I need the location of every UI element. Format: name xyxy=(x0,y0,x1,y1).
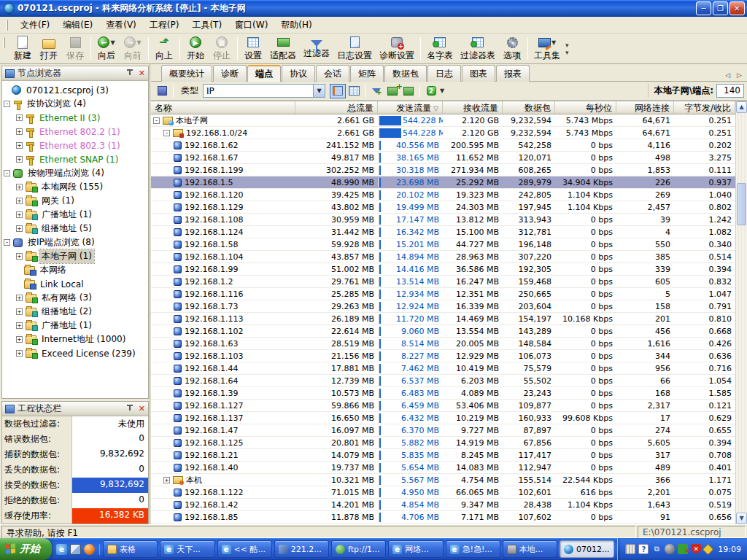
table-row[interactable]: 192.168.1.4214.201 MB4.854 MB9.347 MB28,… xyxy=(151,499,735,511)
table-row[interactable]: 192.168.1.12943.802 MB19.499 MB24.303 MB… xyxy=(151,201,735,214)
volume-icon[interactable] xyxy=(665,544,675,554)
toolbar-button-new-document[interactable]: 新建 xyxy=(9,34,36,63)
dropdown-arrow-icon[interactable]: ▼ xyxy=(136,39,141,46)
column-header-总流量[interactable]: 总流量 xyxy=(295,101,378,114)
help-icon[interactable]: ? xyxy=(638,544,649,554)
tree-item-按IP端点浏览8[interactable]: -按IP端点浏览 (8) xyxy=(4,236,148,249)
refresh-button[interactable]: 2 xyxy=(423,84,439,98)
taskbar-task-[interactable]: 本地... xyxy=(503,540,557,558)
tree-expander-icon[interactable]: + xyxy=(16,198,23,204)
table-row[interactable]: 192.168.1.9951.002 MB14.416 MB36.586 MB1… xyxy=(151,263,735,276)
tree-item-Internet地址1000[interactable]: +Internet地址 (1000) xyxy=(4,332,148,346)
toolbar-button-name-table[interactable]: 名字表 xyxy=(423,34,457,63)
toolbar-button-open-folder[interactable]: 打开 xyxy=(36,34,62,63)
table-row[interactable]: 192.168.1.13716.650 MB6.432 MB10.219 MB1… xyxy=(151,412,735,424)
table-row[interactable]: 192.168.1.10830.959 MB17.147 MB13.812 MB… xyxy=(151,214,735,226)
menu-item-文件F[interactable]: 文件(F) xyxy=(14,17,56,34)
taskbar-task-[interactable]: e<< 酷... xyxy=(217,540,272,558)
taskbar-task-[interactable]: e急!急!... xyxy=(446,540,500,558)
table-row[interactable]: 192.168.1.2114.079 MB5.835 MB8.245 MB117… xyxy=(151,449,735,462)
row-expander-icon[interactable]: - xyxy=(153,117,160,124)
tab-scroll-arrows[interactable]: ◁ ▷ xyxy=(725,71,744,79)
tree-item-EthernetII3[interactable]: +Ethernet II (3) xyxy=(4,111,148,125)
minimize-button[interactable]: ─ xyxy=(696,1,711,15)
toolbar-button-diagnosis-settings[interactable]: 诊断设置 xyxy=(376,34,418,63)
tree-expander-icon[interactable]: + xyxy=(16,308,23,315)
table-row[interactable]: 192.168.1.12759.866 MB6.459 MB53.406 MB1… xyxy=(151,400,735,412)
scrollbar-track[interactable] xyxy=(736,113,747,513)
toolbar-button-filter[interactable]: 过滤器 xyxy=(300,34,333,63)
tree-expander-icon[interactable]: + xyxy=(16,350,23,357)
table-row[interactable]: 192.168.1.6749.817 MB38.165 MB11.652 MB1… xyxy=(151,152,735,164)
dropdown-arrow-icon[interactable]: ▼ xyxy=(110,39,115,46)
table-row[interactable]: 192.168.1.548.990 MB23.698 MB25.292 MB28… xyxy=(151,176,735,189)
table-row[interactable]: 192.168.1.12431.442 MB16.342 MB15.100 MB… xyxy=(151,226,735,238)
table-row[interactable]: 192.168.1.6412.739 MB6.537 MB6.203 MB55,… xyxy=(151,375,735,387)
table-row[interactable]: 192.168.1.4417.881 MB7.462 MB10.419 MB75… xyxy=(151,362,735,375)
table-row[interactable]: 192.168.1.4716.097 MB6.370 MB9.727 MB87,… xyxy=(151,424,735,437)
table-row[interactable]: 192.168.1.5859.928 MB15.201 MB44.727 MB1… xyxy=(151,238,735,251)
column-header-网络连接[interactable]: 网络连接 xyxy=(616,101,674,114)
table-row[interactable]: 192.168.1.6328.519 MB8.514 MB20.005 MB14… xyxy=(151,338,735,350)
tab-会话[interactable]: 会话 xyxy=(316,65,349,82)
menu-item-工具T[interactable]: 工具(T) xyxy=(185,17,228,34)
table-row[interactable]: 192.168.1.4019.737 MB5.654 MB14.083 MB11… xyxy=(151,462,735,474)
tree-expander-icon[interactable]: + xyxy=(16,114,23,121)
table-row[interactable]: 192.168.1.12271.015 MB4.950 MB66.065 MB1… xyxy=(151,486,735,499)
scroll-up-icon[interactable]: ▲ xyxy=(736,101,747,113)
tree-item-按协议浏览4[interactable]: -按协议浏览 (4) xyxy=(4,97,148,111)
column-header-字节发/收比[interactable]: 字节发/收比 xyxy=(674,101,735,114)
tree-expander-icon[interactable]: + xyxy=(16,253,23,260)
tree-expander-icon[interactable]: + xyxy=(16,211,23,218)
toolbar-button-settings[interactable]: 设置 xyxy=(240,34,266,63)
table-row[interactable]: 192.168.1.229.761 MB13.514 MB16.247 MB15… xyxy=(151,276,735,288)
table-row[interactable]: -192.168.1.0/242.661 GB544.228 MB2.120 G… xyxy=(151,127,735,139)
toolbar-button-adapter[interactable]: 适配器 xyxy=(266,34,300,63)
locate-node-button[interactable] xyxy=(400,84,417,98)
tree-item-按物理端点浏览4[interactable]: -按物理端点浏览 (4) xyxy=(4,166,148,180)
media-player-icon[interactable] xyxy=(84,544,95,555)
toolbar-button-up[interactable]: ⬏向上 xyxy=(151,34,177,63)
taskbar-task-07012[interactable]: 07012... xyxy=(560,540,614,558)
tree-expander-icon[interactable]: + xyxy=(16,225,23,232)
tree-expander-icon[interactable]: + xyxy=(16,156,23,163)
scroll-down-icon[interactable]: ▼ xyxy=(736,513,747,524)
close-panel-icon[interactable]: ✕ xyxy=(139,69,145,78)
taskbar-task-2212[interactable]: 221.2... xyxy=(274,540,329,558)
table-row[interactable]: 192.168.1.7014.092 MB4.403 MB9.508 MB77,… xyxy=(151,524,735,524)
table-row[interactable]: 192.168.1.62241.152 MB40.556 MB200.595 M… xyxy=(151,139,735,152)
tree-item-广播地址1[interactable]: +广播地址 (1) xyxy=(4,319,148,332)
tree-item-组播地址5[interactable]: +组播地址 (5) xyxy=(4,222,148,236)
tree-expander-icon[interactable]: + xyxy=(16,322,23,329)
menu-item-工程P[interactable]: 工程(P) xyxy=(143,17,186,34)
toolbar-button-filter-table[interactable]: 过滤器表 xyxy=(457,34,499,63)
table-row[interactable]: 192.168.1.199302.252 MB30.318 MB271.934 … xyxy=(151,164,735,176)
tree-item-LinkLocal[interactable]: Link Local xyxy=(4,277,148,291)
tab-图表[interactable]: 图表 xyxy=(462,65,495,82)
dropdown-arrow-icon[interactable]: ▼ xyxy=(551,39,556,46)
tree-expander-icon[interactable]: + xyxy=(16,142,23,149)
menu-item-查看V[interactable]: 查看(V) xyxy=(99,17,143,34)
pin-icon[interactable] xyxy=(125,69,134,78)
tree-expander-icon[interactable]: + xyxy=(16,128,23,135)
ie-icon[interactable]: e xyxy=(56,544,67,555)
tree-view-toggle-button[interactable] xyxy=(330,84,346,98)
table-row[interactable]: 192.168.1.10443.857 MB14.894 MB28.963 MB… xyxy=(151,251,735,263)
toolbar-button-forward[interactable]: →▼向前 xyxy=(120,34,146,63)
table-row[interactable]: +本机10.321 MB5.567 MB4.754 MB155,51422.54… xyxy=(151,474,735,486)
row-expander-icon[interactable]: - xyxy=(163,130,170,136)
restore-button[interactable]: ❐ xyxy=(713,1,728,15)
toolbar-button-log-settings[interactable]: 日志设置 xyxy=(333,34,376,63)
tree-expander-icon[interactable]: - xyxy=(4,239,10,246)
tree-item-网关1[interactable]: +网关 (1) xyxy=(4,194,148,208)
tree-expander-icon[interactable]: + xyxy=(16,336,23,343)
security-alert-icon[interactable]: ✕ xyxy=(691,544,701,554)
toolbar-button-back[interactable]: ←▼向后 xyxy=(93,34,120,63)
table-view-button[interactable] xyxy=(346,84,362,98)
tree-item-ExceedLicense239[interactable]: +Exceed License (239) xyxy=(4,346,148,360)
tree-item-本地子网1[interactable]: +本地子网 (1) xyxy=(4,249,148,263)
tree-item-EthernetSNAP1[interactable]: +Ethernet SNAP (1) xyxy=(4,152,148,166)
column-header-每秒位[interactable]: 每秒位 xyxy=(555,101,616,114)
table-row[interactable]: 192.168.1.11326.189 MB11.720 MB14.469 MB… xyxy=(151,313,735,325)
scrollbar-thumb[interactable] xyxy=(737,183,746,225)
